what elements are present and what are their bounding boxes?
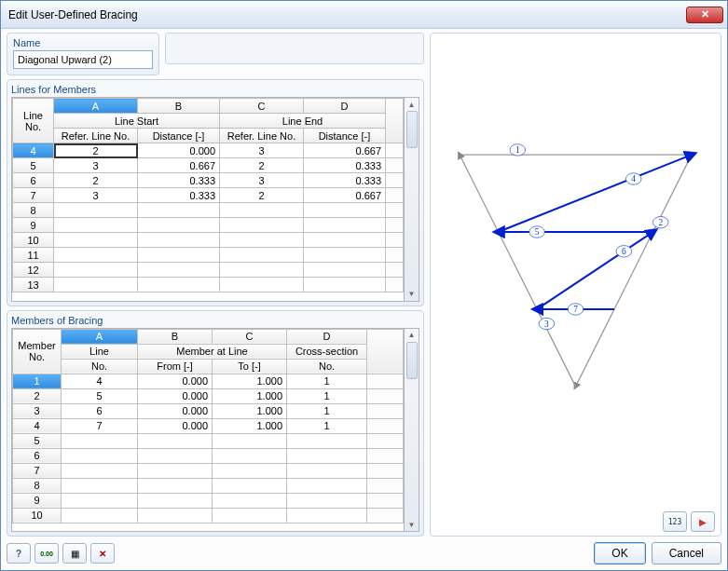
hdr-dist-1[interactable]: Distance [-] xyxy=(138,129,220,143)
table-row[interactable]: 13 xyxy=(13,278,404,292)
svg-text:6: 6 xyxy=(622,247,626,256)
svg-text:4: 4 xyxy=(631,174,636,184)
col-A[interactable]: A xyxy=(54,99,138,114)
hdr-line-no2[interactable]: No. xyxy=(62,359,138,374)
name-input[interactable] xyxy=(13,50,153,69)
table-row[interactable]: 7 xyxy=(13,463,404,478)
close-icon: ✕ xyxy=(701,8,709,20)
mcol-D[interactable]: D xyxy=(287,329,367,344)
table-row[interactable]: 6 xyxy=(13,448,404,463)
bottom-bar: ? 0.00 ▦ ✕ OK Cancel xyxy=(7,537,721,564)
hdr-dist-2[interactable]: Distance [-] xyxy=(304,129,386,143)
table-row[interactable]: 4 2 0.000 3 0.667 xyxy=(13,143,404,158)
units-icon: 0.00 xyxy=(40,551,53,557)
top-area: Name Lines for Members Line No. xyxy=(7,33,721,537)
show-values-button[interactable]: 123 xyxy=(663,511,687,532)
ok-button[interactable]: OK xyxy=(594,542,645,564)
members-scrollbar[interactable]: ▲ ▼ xyxy=(405,328,419,533)
left-column: Name Lines for Members Line No. xyxy=(7,33,424,537)
table-row[interactable]: 470.0001.0001 xyxy=(13,418,404,433)
members-group: Members of Bracing Member No. A B C D xyxy=(7,310,424,537)
hdr-cross[interactable]: Cross-section xyxy=(287,344,367,359)
hdr-csno[interactable]: No. xyxy=(287,359,367,374)
hdr-line-start[interactable]: Line Start xyxy=(54,114,220,129)
table-row[interactable]: 620.33330.333 xyxy=(13,173,404,188)
scroll-down-icon[interactable]: ▼ xyxy=(405,518,419,531)
delete-icon: ✕ xyxy=(99,549,106,559)
table-row[interactable]: 360.0001.0001 xyxy=(13,403,404,418)
help-button[interactable]: ? xyxy=(7,543,31,564)
col-B[interactable]: B xyxy=(138,99,220,114)
lines-table[interactable]: Line No. A B C D Line Start Line End xyxy=(11,97,405,302)
table-row[interactable]: 12 xyxy=(13,263,404,278)
svg-line-1 xyxy=(576,155,692,387)
svg-text:2: 2 xyxy=(658,218,663,227)
name-spacer-panel xyxy=(165,33,424,64)
name-label: Name xyxy=(13,37,153,48)
table-row[interactable]: 10 xyxy=(13,508,404,523)
hdr-from[interactable]: From [-] xyxy=(138,359,213,374)
bracing-diagram: 1 2 3 4 5 6 7 xyxy=(431,34,721,508)
play-button[interactable]: ▶ xyxy=(691,511,715,532)
cancel-button[interactable]: Cancel xyxy=(652,542,721,564)
play-icon: ▶ xyxy=(699,517,707,527)
table-row[interactable]: 9 xyxy=(13,218,404,233)
name-group: Name xyxy=(7,33,159,75)
svg-text:3: 3 xyxy=(544,319,549,329)
close-button[interactable]: ✕ xyxy=(686,7,723,23)
table-row[interactable]: 11 xyxy=(13,248,404,263)
svg-line-5 xyxy=(537,232,652,309)
scroll-up-icon[interactable]: ▲ xyxy=(405,329,419,342)
mcol-B[interactable]: B xyxy=(138,329,213,344)
name-row: Name xyxy=(7,33,424,75)
scroll-up-icon[interactable]: ▲ xyxy=(405,98,419,111)
hdr-member-at-line[interactable]: Member at Line xyxy=(138,344,287,359)
units-button[interactable]: 0.00 xyxy=(34,543,59,564)
lines-group: Lines for Members Line No. A B C D xyxy=(7,79,424,306)
scroll-thumb[interactable] xyxy=(406,342,418,379)
table-row[interactable]: 730.33320.667 xyxy=(13,188,404,203)
scroll-down-icon[interactable]: ▼ xyxy=(405,288,419,301)
table-row[interactable]: 9 xyxy=(13,493,404,508)
col-C[interactable]: C xyxy=(220,99,304,114)
titlebar: Edit User-Defined Bracing ✕ xyxy=(1,1,727,29)
table-row[interactable]: 10 xyxy=(13,233,404,248)
table-row[interactable]: 140.0001.0001 xyxy=(13,374,404,388)
right-column: 1 2 3 4 5 6 7 123 ▶ xyxy=(430,33,721,537)
svg-text:5: 5 xyxy=(535,227,540,237)
table-row[interactable]: 250.0001.0001 xyxy=(13,388,404,403)
mcol-C[interactable]: C xyxy=(213,329,287,344)
calc-icon: ▦ xyxy=(71,549,79,559)
window-title: Edit User-Defined Bracing xyxy=(8,8,138,21)
hdr-line-no[interactable]: Line No. xyxy=(13,99,54,143)
table-row[interactable]: 8 xyxy=(13,478,404,493)
preview-panel: 1 2 3 4 5 6 7 123 ▶ xyxy=(430,33,721,537)
hdr-refer-2[interactable]: Refer. Line No. xyxy=(220,129,304,143)
help-icon: ? xyxy=(16,549,21,559)
members-title: Members of Bracing xyxy=(11,315,419,326)
lines-scrollbar[interactable]: ▲ ▼ xyxy=(405,97,419,302)
dialog-content: Name Lines for Members Line No. xyxy=(1,29,727,570)
col-D[interactable]: D xyxy=(304,99,386,114)
hdr-line-end[interactable]: Line End xyxy=(220,114,386,129)
table-row[interactable]: 530.66720.333 xyxy=(13,158,404,173)
calc-button[interactable]: ▦ xyxy=(62,543,87,564)
svg-line-2 xyxy=(460,155,575,387)
table-row[interactable]: 8 xyxy=(13,203,404,218)
table-row[interactable]: 5 xyxy=(13,433,404,448)
svg-text:7: 7 xyxy=(573,305,578,314)
scroll-thumb[interactable] xyxy=(406,111,418,148)
hdr-refer-1[interactable]: Refer. Line No. xyxy=(54,129,138,143)
dialog-window: Edit User-Defined Bracing ✕ Name Lines f… xyxy=(0,0,728,571)
hdr-line[interactable]: Line xyxy=(62,344,138,359)
hdr-to[interactable]: To [-] xyxy=(213,359,287,374)
mcol-A[interactable]: A xyxy=(62,329,138,344)
delete-button[interactable]: ✕ xyxy=(90,543,115,564)
hdr-member-no[interactable]: Member No. xyxy=(13,329,62,374)
members-table[interactable]: Member No. A B C D Line Member at Line xyxy=(11,328,405,533)
values-icon: 123 xyxy=(668,518,681,526)
svg-text:1: 1 xyxy=(515,145,520,155)
lines-title: Lines for Members xyxy=(11,84,419,95)
